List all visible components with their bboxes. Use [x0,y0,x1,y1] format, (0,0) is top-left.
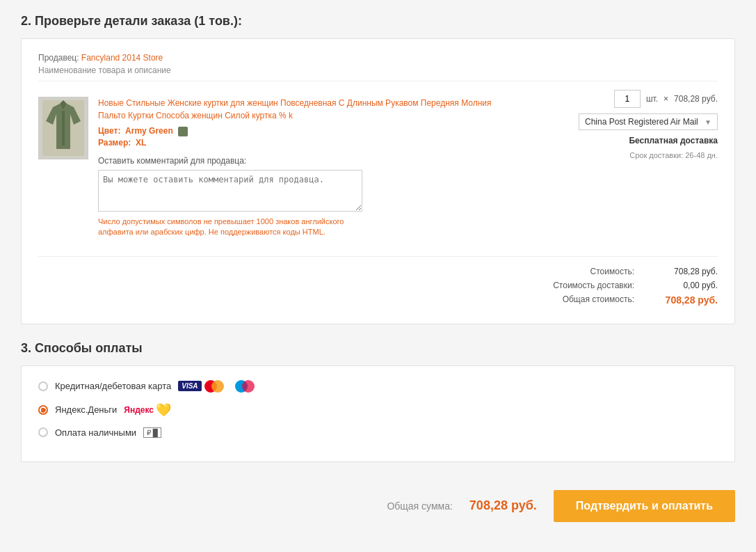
col-header: Наименование товара и описание [38,65,718,81]
radio-cash[interactable] [38,427,48,437]
unit-label: шт. [646,94,658,104]
product-size: Размер: XL [98,138,509,148]
color-label: Цвет: [98,126,120,136]
shipping-cost-label: Стоимость доставки: [523,281,634,290]
bottom-bar: Общая сумма: 708,28 руб. Подтвердить и о… [21,479,735,533]
product-image [38,97,88,159]
product-shipping-wrapper: Новые Стильные Женские куртки для женщин… [38,90,718,245]
delivery-time-label: Срок доставки: 26-48 дн. [523,151,718,159]
yandex-logo: Яндекс [124,405,154,415]
shipping-section: шт. × 708,28 руб. China Post Registered … [523,90,718,159]
comment-textarea[interactable] [98,170,362,212]
shipping-cost-value: 0,00 руб. [648,281,718,290]
free-delivery-label: Бесплатная доставка [523,136,718,145]
total-label: Общая стоимость: [523,294,634,306]
confirm-button[interactable]: Подтвердить и оплатить [554,490,735,522]
product-color: Цвет: Army Green [98,126,509,136]
yandex-emoji: 💛 [156,402,171,418]
cash-label: Оплата наличными [55,427,136,438]
order-details-card: Продавец: Fancyland 2014 Store Наименова… [21,38,735,324]
product-title: Новые Стильные Женские куртки для женщин… [98,97,509,122]
section2-title: 2. Проверьте детали заказа (1 тов.): [21,14,735,29]
seller-label: Продавец: [38,53,79,63]
total-sum-value: 708,28 руб. [469,498,537,513]
radio-yandex[interactable] [38,405,48,415]
cost-label: Стоимость: [523,267,634,276]
quantity-price-row: шт. × 708,28 руб. [614,90,718,108]
totals-section: Стоимость: 708,28 руб. Стоимость доставк… [38,256,718,306]
credit-label: Кредитная/дебетовая карта [55,381,171,391]
color-swatch [178,127,188,136]
payment-card: Кредитная/дебетовая карта VISA Яндекс.Де… [21,365,735,462]
shipping-cost-row: Стоимость доставки: 0,00 руб. [38,281,718,290]
mastercard-icon [204,380,224,393]
total-value: 708,28 руб. [648,294,718,306]
comment-label: Оставить комментарий для продавца: [98,156,509,166]
chevron-down-icon: ▼ [705,118,711,126]
total-sum-label: Общая сумма: [387,500,452,512]
seller-row: Продавец: Fancyland 2014 Store [38,53,718,63]
size-label: Размер: [98,138,131,148]
yandex-label: Яндекс.Деньги [55,404,117,415]
svg-rect-1 [62,111,65,145]
cash-icon: ₽ █ [143,427,161,438]
product-details: Новые Стильные Женские куртки для женщин… [98,97,509,238]
payment-option-cash[interactable]: Оплата наличными ₽ █ [38,427,718,438]
visa-icon: VISA [178,381,201,391]
product-row: Новые Стильные Женские куртки для женщин… [38,90,509,245]
section3-title: 3. Способы оплаты [21,341,735,356]
maestro-icon [235,380,255,393]
yandex-money-icon: Яндекс 💛 [124,402,171,418]
size-value: XL [136,138,146,148]
cost-value: 708,28 руб. [648,267,718,276]
color-value: Army Green [125,126,173,136]
quantity-input[interactable] [614,90,641,108]
total-row: Общая стоимость: 708,28 руб. [38,294,718,306]
shipping-dropdown[interactable]: China Post Registered Air Mail ▼ [579,113,718,130]
payment-option-yandex[interactable]: Яндекс.Деньги Яндекс 💛 [38,402,718,418]
multiply-sign: × [663,94,668,104]
unit-price: 708,28 руб. [674,94,718,104]
cost-row: Стоимость: 708,28 руб. [38,267,718,276]
seller-name: Fancyland 2014 Store [81,53,163,63]
radio-credit[interactable] [38,381,48,391]
shipping-method-label: China Post Registered Air Mail [585,117,698,127]
payment-option-credit[interactable]: Кредитная/дебетовая карта VISA [38,380,718,393]
comment-hint: Число допустимых символов не превышает 1… [98,216,362,238]
card-icons: VISA [178,380,254,393]
